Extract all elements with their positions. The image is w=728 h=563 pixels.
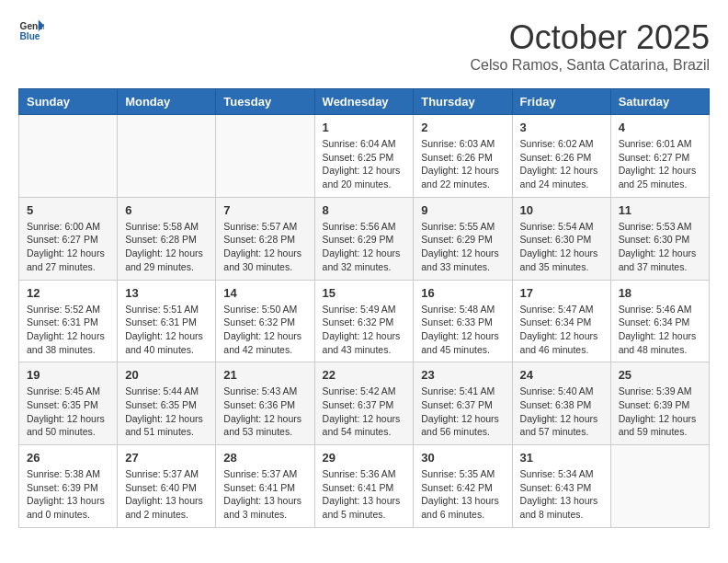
day-info: Sunrise: 5:56 AM Sunset: 6:29 PM Dayligh… bbox=[323, 220, 406, 274]
day-info: Sunrise: 5:48 AM Sunset: 6:33 PM Dayligh… bbox=[421, 303, 504, 357]
calendar-cell: 24Sunrise: 5:40 AM Sunset: 6:38 PM Dayli… bbox=[512, 362, 610, 445]
day-info: Sunrise: 5:46 AM Sunset: 6:34 PM Dayligh… bbox=[619, 303, 701, 357]
weekday-header-tuesday: Tuesday bbox=[216, 89, 314, 115]
calendar-cell bbox=[118, 115, 216, 198]
day-number: 8 bbox=[323, 203, 406, 217]
day-number: 31 bbox=[520, 451, 603, 465]
calendar-cell: 15Sunrise: 5:49 AM Sunset: 6:32 PM Dayli… bbox=[314, 280, 414, 362]
day-info: Sunrise: 5:47 AM Sunset: 6:34 PM Dayligh… bbox=[520, 303, 603, 357]
calendar-cell: 27Sunrise: 5:37 AM Sunset: 6:40 PM Dayli… bbox=[118, 445, 216, 528]
day-number: 17 bbox=[520, 286, 603, 300]
weekday-header-wednesday: Wednesday bbox=[314, 89, 414, 115]
day-number: 24 bbox=[520, 368, 603, 382]
day-info: Sunrise: 5:53 AM Sunset: 6:30 PM Dayligh… bbox=[619, 220, 701, 274]
day-number: 18 bbox=[619, 286, 701, 300]
day-info: Sunrise: 5:52 AM Sunset: 6:31 PM Dayligh… bbox=[27, 303, 109, 357]
calendar-week-3: 12Sunrise: 5:52 AM Sunset: 6:31 PM Dayli… bbox=[19, 280, 710, 362]
calendar-cell: 29Sunrise: 5:36 AM Sunset: 6:41 PM Dayli… bbox=[314, 445, 414, 528]
day-info: Sunrise: 5:39 AM Sunset: 6:39 PM Dayligh… bbox=[619, 385, 701, 439]
day-info: Sunrise: 5:42 AM Sunset: 6:37 PM Dayligh… bbox=[323, 385, 406, 439]
calendar-cell: 22Sunrise: 5:42 AM Sunset: 6:37 PM Dayli… bbox=[314, 362, 414, 445]
day-info: Sunrise: 5:37 AM Sunset: 6:41 PM Dayligh… bbox=[223, 467, 306, 522]
calendar-week-2: 5Sunrise: 6:00 AM Sunset: 6:27 PM Daylig… bbox=[19, 197, 710, 280]
day-number: 14 bbox=[223, 286, 306, 300]
location-subtitle: Celso Ramos, Santa Catarina, Brazil bbox=[470, 57, 710, 74]
calendar-week-4: 19Sunrise: 5:45 AM Sunset: 6:35 PM Dayli… bbox=[19, 362, 710, 445]
calendar-week-5: 26Sunrise: 5:38 AM Sunset: 6:39 PM Dayli… bbox=[19, 445, 710, 528]
weekday-header-sunday: Sunday bbox=[19, 89, 118, 115]
calendar-cell: 9Sunrise: 5:55 AM Sunset: 6:29 PM Daylig… bbox=[414, 197, 512, 280]
day-info: Sunrise: 6:02 AM Sunset: 6:26 PM Dayligh… bbox=[520, 137, 603, 191]
day-info: Sunrise: 5:57 AM Sunset: 6:28 PM Dayligh… bbox=[223, 220, 306, 274]
day-info: Sunrise: 5:54 AM Sunset: 6:30 PM Dayligh… bbox=[520, 220, 603, 274]
day-number: 1 bbox=[323, 121, 406, 134]
day-number: 27 bbox=[125, 451, 208, 465]
day-number: 26 bbox=[27, 451, 109, 465]
day-info: Sunrise: 5:35 AM Sunset: 6:42 PM Dayligh… bbox=[421, 467, 504, 522]
title-area: October 2025 Celso Ramos, Santa Catarina… bbox=[470, 18, 710, 74]
calendar-cell: 30Sunrise: 5:35 AM Sunset: 6:42 PM Dayli… bbox=[414, 445, 512, 528]
weekday-header-friday: Friday bbox=[512, 89, 610, 115]
calendar-cell: 10Sunrise: 5:54 AM Sunset: 6:30 PM Dayli… bbox=[512, 197, 610, 280]
weekday-header-thursday: Thursday bbox=[414, 89, 512, 115]
calendar-cell: 20Sunrise: 5:44 AM Sunset: 6:35 PM Dayli… bbox=[118, 362, 216, 445]
calendar-cell: 7Sunrise: 5:57 AM Sunset: 6:28 PM Daylig… bbox=[216, 197, 314, 280]
day-number: 7 bbox=[223, 203, 306, 217]
day-info: Sunrise: 6:00 AM Sunset: 6:27 PM Dayligh… bbox=[27, 220, 109, 274]
calendar-cell bbox=[610, 445, 709, 528]
weekday-header-saturday: Saturday bbox=[610, 89, 709, 115]
calendar-cell bbox=[19, 115, 118, 198]
day-number: 29 bbox=[323, 451, 406, 465]
calendar-cell: 14Sunrise: 5:50 AM Sunset: 6:32 PM Dayli… bbox=[216, 280, 314, 362]
calendar-cell: 3Sunrise: 6:02 AM Sunset: 6:26 PM Daylig… bbox=[512, 115, 610, 198]
calendar-cell: 17Sunrise: 5:47 AM Sunset: 6:34 PM Dayli… bbox=[512, 280, 610, 362]
calendar-cell: 1Sunrise: 6:04 AM Sunset: 6:25 PM Daylig… bbox=[314, 115, 414, 198]
day-info: Sunrise: 5:51 AM Sunset: 6:31 PM Dayligh… bbox=[125, 303, 208, 357]
day-info: Sunrise: 5:40 AM Sunset: 6:38 PM Dayligh… bbox=[520, 385, 603, 439]
day-info: Sunrise: 5:55 AM Sunset: 6:29 PM Dayligh… bbox=[421, 220, 504, 274]
calendar-table: SundayMondayTuesdayWednesdayThursdayFrid… bbox=[18, 88, 710, 528]
logo: General Blue bbox=[18, 18, 44, 44]
day-number: 4 bbox=[619, 121, 701, 134]
calendar-cell: 26Sunrise: 5:38 AM Sunset: 6:39 PM Dayli… bbox=[19, 445, 118, 528]
day-info: Sunrise: 6:01 AM Sunset: 6:27 PM Dayligh… bbox=[619, 137, 701, 191]
day-number: 23 bbox=[421, 368, 504, 382]
calendar-cell bbox=[216, 115, 314, 198]
calendar-cell: 8Sunrise: 5:56 AM Sunset: 6:29 PM Daylig… bbox=[314, 197, 414, 280]
day-number: 22 bbox=[323, 368, 406, 382]
day-info: Sunrise: 6:04 AM Sunset: 6:25 PM Dayligh… bbox=[323, 137, 406, 191]
month-title: October 2025 bbox=[470, 18, 710, 57]
day-number: 21 bbox=[223, 368, 306, 382]
day-number: 12 bbox=[27, 286, 109, 300]
calendar-cell: 16Sunrise: 5:48 AM Sunset: 6:33 PM Dayli… bbox=[414, 280, 512, 362]
calendar-cell: 13Sunrise: 5:51 AM Sunset: 6:31 PM Dayli… bbox=[118, 280, 216, 362]
calendar-cell: 28Sunrise: 5:37 AM Sunset: 6:41 PM Dayli… bbox=[216, 445, 314, 528]
calendar-cell: 5Sunrise: 6:00 AM Sunset: 6:27 PM Daylig… bbox=[19, 197, 118, 280]
day-number: 25 bbox=[619, 368, 701, 382]
day-number: 19 bbox=[27, 368, 109, 382]
day-number: 16 bbox=[421, 286, 504, 300]
day-number: 9 bbox=[421, 203, 504, 217]
calendar-cell: 12Sunrise: 5:52 AM Sunset: 6:31 PM Dayli… bbox=[19, 280, 118, 362]
day-number: 11 bbox=[619, 203, 701, 217]
day-number: 20 bbox=[125, 368, 208, 382]
day-info: Sunrise: 5:41 AM Sunset: 6:37 PM Dayligh… bbox=[421, 385, 504, 439]
calendar-cell: 19Sunrise: 5:45 AM Sunset: 6:35 PM Dayli… bbox=[19, 362, 118, 445]
day-info: Sunrise: 5:34 AM Sunset: 6:43 PM Dayligh… bbox=[520, 467, 603, 522]
day-number: 28 bbox=[223, 451, 306, 465]
day-number: 30 bbox=[421, 451, 504, 465]
calendar-cell: 21Sunrise: 5:43 AM Sunset: 6:36 PM Dayli… bbox=[216, 362, 314, 445]
day-number: 10 bbox=[520, 203, 603, 217]
day-info: Sunrise: 6:03 AM Sunset: 6:26 PM Dayligh… bbox=[421, 137, 504, 191]
day-number: 2 bbox=[421, 121, 504, 134]
calendar-cell: 11Sunrise: 5:53 AM Sunset: 6:30 PM Dayli… bbox=[610, 197, 709, 280]
day-info: Sunrise: 5:49 AM Sunset: 6:32 PM Dayligh… bbox=[323, 303, 406, 357]
day-info: Sunrise: 5:44 AM Sunset: 6:35 PM Dayligh… bbox=[125, 385, 208, 439]
calendar-cell: 31Sunrise: 5:34 AM Sunset: 6:43 PM Dayli… bbox=[512, 445, 610, 528]
calendar-cell: 25Sunrise: 5:39 AM Sunset: 6:39 PM Dayli… bbox=[610, 362, 709, 445]
day-number: 5 bbox=[27, 203, 109, 217]
weekday-header-row: SundayMondayTuesdayWednesdayThursdayFrid… bbox=[19, 89, 710, 115]
day-info: Sunrise: 5:50 AM Sunset: 6:32 PM Dayligh… bbox=[223, 303, 306, 357]
day-number: 6 bbox=[125, 203, 208, 217]
day-info: Sunrise: 5:58 AM Sunset: 6:28 PM Dayligh… bbox=[125, 220, 208, 274]
